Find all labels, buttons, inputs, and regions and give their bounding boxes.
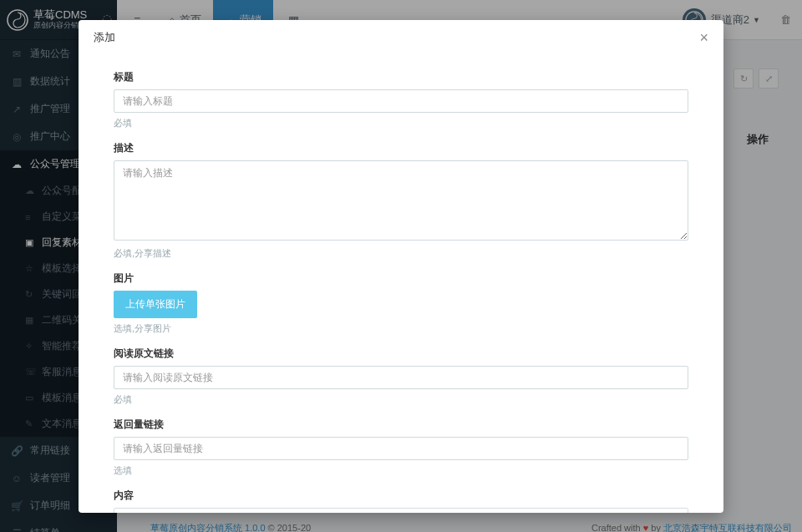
label-content: 内容 [114, 489, 688, 503]
label-backlink: 返回量链接 [114, 418, 688, 432]
input-desc[interactable] [114, 160, 688, 241]
input-readlink[interactable] [114, 366, 688, 389]
help-readlink: 必填 [114, 393, 688, 406]
modal-header: 添加 × [79, 20, 723, 55]
close-button[interactable]: × [699, 30, 708, 45]
editor-toolbar: ✨▾ B U Helvetica Neue▾ A ▾ ≡▾ ☰ [114, 509, 688, 513]
modal-title: 添加 [94, 30, 115, 45]
label-desc: 描述 [114, 141, 688, 155]
label-title: 标题 [114, 70, 688, 84]
input-title[interactable] [114, 89, 688, 113]
input-backlink[interactable] [114, 437, 688, 460]
modal-body[interactable]: 标题 必填 描述 必填,分享描述 图片 上传单张图片 选填,分享图片 阅读原文链… [79, 55, 723, 513]
help-backlink: 选填 [114, 464, 688, 477]
help-desc: 必填,分享描述 [114, 247, 688, 260]
upload-image-button[interactable]: 上传单张图片 [114, 291, 197, 318]
label-image: 图片 [114, 271, 688, 286]
rich-editor: ✨▾ B U Helvetica Neue▾ A ▾ ≡▾ ☰ [114, 508, 688, 513]
help-title: 必填 [114, 117, 688, 129]
help-image: 选填,分享图片 [114, 322, 688, 335]
label-readlink: 阅读原文链接 [114, 347, 688, 361]
add-modal: 添加 × 标题 必填 描述 必填,分享描述 图片 上传单张图片 选填,分享图片 … [79, 20, 723, 513]
